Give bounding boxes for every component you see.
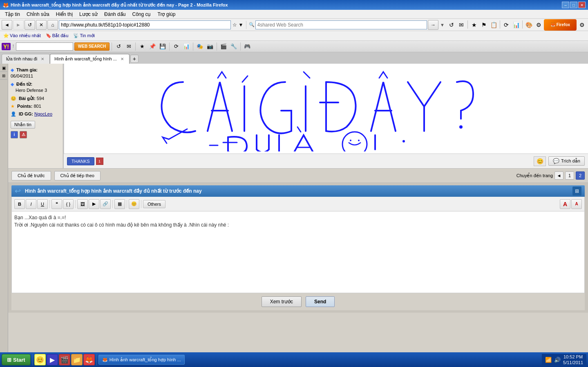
tab-2-close[interactable]: ✕ — [119, 56, 125, 62]
prev-page-icon[interactable]: ◄ — [554, 171, 563, 180]
taskbar-vlc-icon[interactable]: 🎬 — [59, 354, 70, 365]
back-button[interactable]: ◄ — [2, 20, 12, 30]
menu-tools[interactable]: Công cụ — [129, 11, 154, 18]
reply-header: ↩ Hình ảnh warcraft_tổng hợp hình ảnh wa… — [11, 185, 585, 197]
yahoo-icon-10[interactable]: 🎮 — [243, 42, 252, 51]
taskbar-active-window[interactable]: 🦊 Hình ảnh warcraft_tổng hợp hình ... — [98, 355, 185, 365]
reply-expand-icon[interactable]: ⊞ — [572, 187, 581, 196]
quote-toolbar-button[interactable]: ❝ — [51, 199, 62, 209]
yahoo-icon-7[interactable]: 📷 — [206, 42, 215, 51]
others-button[interactable]: Others — [143, 200, 165, 208]
browser-window: 🦊 Hình ảnh warcraft_tổng hợp hình ảnh wa… — [0, 0, 588, 367]
prev-topic-button[interactable]: Chủ đề trước — [11, 171, 51, 180]
link-toolbar-button[interactable]: 🔗 — [100, 199, 111, 209]
close-button[interactable]: ✕ — [578, 2, 586, 8]
home-button[interactable]: ⌂ — [47, 20, 58, 30]
tab-1-close[interactable]: ✕ — [40, 56, 45, 62]
toolbar-icon-3[interactable]: ⚑ — [479, 20, 488, 29]
side-icon-1[interactable]: ▣ — [0, 65, 7, 72]
italic-button[interactable]: I — [26, 199, 36, 209]
taskbar-folder-icon[interactable]: 📁 — [71, 354, 83, 365]
yahoo-search-button[interactable]: WEB SEARCH — [74, 42, 110, 51]
table-toolbar-button[interactable]: ▦ — [114, 199, 125, 209]
msg-btn-container: Nhắn tin — [11, 119, 60, 129]
menu-edit[interactable]: Chỉnh sửa — [23, 11, 53, 18]
scroll-area[interactable]: ◆ Tham gia: 06/04/2011 ◆ Đến từ: Hero De… — [8, 64, 588, 358]
toolbar-icon-6[interactable]: 📊 — [512, 20, 521, 29]
reply-back-icon[interactable]: ↩ — [15, 187, 21, 196]
toolbar-icon-4[interactable]: 📋 — [489, 20, 498, 29]
side-icon-2[interactable]: ⊞ — [0, 72, 7, 80]
yahoo-mail-icon[interactable]: ✉ — [124, 42, 133, 51]
image-toolbar-button[interactable]: 🖼 — [77, 199, 88, 209]
menu-help[interactable]: Trợ giúp — [154, 11, 179, 18]
yahoo-icon-4[interactable]: ⟳ — [172, 42, 181, 51]
reload-button[interactable]: ↺ — [25, 20, 35, 30]
bookmark-arrow-icon[interactable]: ▼ — [239, 22, 244, 28]
menu-view[interactable]: Hiển thị — [53, 11, 76, 18]
menu-history[interactable]: Lược sử — [76, 11, 101, 18]
yahoo-icon-8[interactable]: 🎬 — [219, 42, 228, 51]
quote-button[interactable]: 💬 Trích dẫn — [548, 156, 585, 166]
star-icon-points: ★ — [11, 104, 15, 109]
next-topic-button[interactable]: Chủ đề tiếp theo — [54, 171, 101, 180]
underline-button[interactable]: U — [37, 199, 48, 209]
taskbar-media-icon[interactable]: ▶ — [47, 354, 58, 365]
tab-1[interactable]: lửa tình nhau đi ✕ — [2, 54, 50, 64]
bookmark-vao-nhieu[interactable]: ⭐ Vào nhiều nhất — [2, 32, 42, 39]
bold-button[interactable]: B — [14, 199, 25, 209]
taskbar-yahoo-icon[interactable]: 😊 — [34, 354, 46, 365]
smiley-icon[interactable]: 😊 — [534, 156, 546, 166]
address-bar[interactable] — [59, 20, 231, 29]
post-content-area: THANKS 1 😊 💬 Trích dẫn — [63, 64, 588, 168]
yahoo-icon-5[interactable]: 📊 — [182, 42, 191, 51]
maximize-button[interactable]: □ — [570, 2, 577, 8]
font-size-decrease[interactable]: A — [571, 199, 582, 209]
bookmark-bat-dau[interactable]: 🔖 Bắt đầu — [44, 32, 70, 39]
minimize-button[interactable]: – — [562, 2, 569, 8]
bookmark-star-icon[interactable]: ☆ — [233, 22, 237, 28]
yahoo-icon-2[interactable]: 📌 — [148, 42, 157, 51]
editor-area[interactable]: Bạn ...Xao quá đi à =.=! Trời ơi .Nguyên… — [11, 211, 585, 293]
stop-button[interactable]: ✕ — [36, 20, 47, 30]
page-2-button[interactable]: 2 — [576, 171, 585, 180]
toolbar-icon-1[interactable]: ↺ — [447, 20, 456, 29]
toolbar-icon-mail[interactable]: ✉ — [457, 20, 466, 29]
menu-bookmarks[interactable]: Đánh dấu — [101, 11, 129, 18]
yahoo-icon-3[interactable]: 💾 — [158, 42, 167, 51]
video-toolbar-button[interactable]: ▶ — [89, 199, 99, 209]
info-icon-1[interactable]: i — [11, 131, 18, 138]
yahoo-icon-9[interactable]: 🔧 — [229, 42, 238, 51]
code-toolbar-button[interactable]: { } — [63, 199, 74, 209]
menu-file[interactable]: Tập tin — [2, 11, 23, 18]
page-1-button[interactable]: 1 — [565, 171, 574, 180]
emoji-toolbar-button[interactable]: 😊 — [129, 199, 139, 209]
warning-icon[interactable]: ⚠ — [20, 131, 27, 138]
yahoo-icon-6[interactable]: 🎭 — [195, 42, 204, 51]
yahoo-refresh-icon[interactable]: ↺ — [114, 42, 123, 51]
yahoo-icon-1[interactable]: ★ — [138, 42, 147, 51]
toolbar-icon-7[interactable]: 🎨 — [524, 20, 533, 29]
tab-2[interactable]: Hình ảnh warcraft_tổng hình ... ✕ — [50, 54, 130, 64]
thanks-button[interactable]: THANKS — [67, 157, 94, 165]
search-engine-icon: 🔍 — [249, 22, 255, 27]
id-value[interactable]: NgocLeo — [34, 111, 52, 116]
new-tab-button[interactable]: + — [130, 55, 139, 63]
forward-button[interactable]: ► — [13, 20, 24, 30]
bookmark-tin-moi[interactable]: 📡 Tin mới — [72, 32, 96, 39]
toolbar-icon-5[interactable]: ⟳ — [502, 20, 511, 29]
send-button[interactable]: Send — [306, 296, 335, 307]
search-input[interactable] — [255, 20, 427, 29]
toolbar-icon-8[interactable]: ⚙ — [534, 20, 543, 29]
font-size-increase[interactable]: A — [560, 199, 570, 209]
message-button[interactable]: Nhắn tin — [11, 121, 35, 129]
toolbar-settings-icon[interactable]: ⚙ — [577, 20, 586, 29]
start-button[interactable]: ⊞ Start — [2, 354, 31, 365]
taskbar-firefox-icon[interactable]: 🦊 — [83, 354, 95, 365]
yahoo-search-input[interactable] — [16, 42, 73, 51]
search-go-button[interactable]: → — [428, 20, 438, 30]
preview-button[interactable]: Xem trước — [262, 296, 302, 307]
post-image — [64, 64, 588, 153]
toolbar-icon-2[interactable]: ★ — [470, 20, 478, 29]
search-settings-icon[interactable]: ▼ — [440, 22, 445, 27]
